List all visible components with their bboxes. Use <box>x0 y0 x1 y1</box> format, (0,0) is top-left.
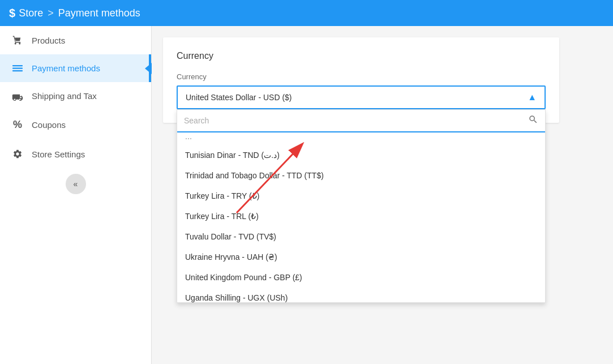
svg-rect-0 <box>12 65 23 66</box>
dropdown-option-ugx[interactable]: Uganda Shilling - UGX (USh) <box>177 288 545 302</box>
dropdown-search-container <box>177 110 545 132</box>
sidebar-item-shipping-label: Shipping and Tax <box>32 91 97 101</box>
dropdown-option-gbp[interactable]: United Kingdom Pound - GBP (£) <box>177 267 545 288</box>
main-content: Currency Currency United States Dollar -… <box>152 26 613 364</box>
dropdown-option-uah[interactable]: Ukraine Hryvna - UAH (₴) <box>177 247 545 267</box>
sidebar-item-settings-label: Store Settings <box>32 149 85 159</box>
page-title: Payment methods <box>58 7 140 19</box>
dollar-icon: $ <box>9 7 15 20</box>
store-link[interactable]: Store <box>19 7 43 19</box>
percent-icon: % <box>11 119 24 131</box>
dropdown-options-list: ⋯ Tunisian Dinar - TND (د.ت) Trinidad an… <box>177 132 545 302</box>
dropdown-option-truncated[interactable]: ⋯ <box>177 132 545 145</box>
main-layout: Products Payment methods Shipping and Ta… <box>0 26 613 364</box>
sidebar: Products Payment methods Shipping and Ta… <box>0 26 152 364</box>
gear-icon <box>11 149 24 159</box>
dropdown-list: ⋯ Tunisian Dinar - TND (د.ت) Trinidad an… <box>177 109 546 303</box>
svg-rect-1 <box>12 67 23 68</box>
sidebar-collapse-button[interactable]: « <box>66 174 86 194</box>
sidebar-item-store-settings[interactable]: Store Settings <box>0 140 151 168</box>
dropdown-option-ttd[interactable]: Trinidad and Tobago Dollar - TTD (TT$) <box>177 165 545 186</box>
card-title: Currency <box>177 51 546 61</box>
dropdown-option-tvd[interactable]: Tuvalu Dollar - TVD (TV$) <box>177 226 545 247</box>
dropdown-option-trl[interactable]: Turkey Lira - TRL (₺) <box>177 206 545 226</box>
svg-rect-2 <box>12 70 23 71</box>
sidebar-item-products-label: Products <box>32 36 65 45</box>
currency-dropdown[interactable]: United States Dollar - USD ($) ▲ <box>177 85 546 109</box>
sidebar-item-products[interactable]: Products <box>0 26 151 54</box>
dropdown-search-input[interactable] <box>184 116 528 125</box>
dropdown-arrow-icon: ▲ <box>528 92 537 102</box>
currency-card: Currency Currency United States Dollar -… <box>163 37 559 123</box>
selected-currency-text: United States Dollar - USD ($) <box>186 93 292 102</box>
payment-icon <box>11 65 24 72</box>
sidebar-item-payment-methods[interactable]: Payment methods <box>0 54 151 82</box>
app-header: $ Store > Payment methods <box>0 0 613 26</box>
dropdown-option-tnd[interactable]: Tunisian Dinar - TND (د.ت) <box>177 145 545 165</box>
sidebar-item-coupons-label: Coupons <box>32 120 66 130</box>
sidebar-item-payment-methods-label: Payment methods <box>32 63 100 73</box>
currency-field-label: Currency <box>177 72 546 81</box>
active-indicator <box>145 63 152 74</box>
truck-icon <box>11 92 24 101</box>
collapse-icon: « <box>74 179 78 189</box>
breadcrumb-separator: > <box>48 7 54 19</box>
sidebar-item-shipping[interactable]: Shipping and Tax <box>0 82 151 110</box>
sidebar-item-coupons[interactable]: % Coupons <box>0 110 151 140</box>
dropdown-selected-value[interactable]: United States Dollar - USD ($) ▲ <box>177 85 546 109</box>
cart-icon <box>11 35 24 45</box>
dropdown-option-try[interactable]: Turkey Lira - TRY (₺) <box>177 186 545 206</box>
search-icon <box>528 114 538 127</box>
